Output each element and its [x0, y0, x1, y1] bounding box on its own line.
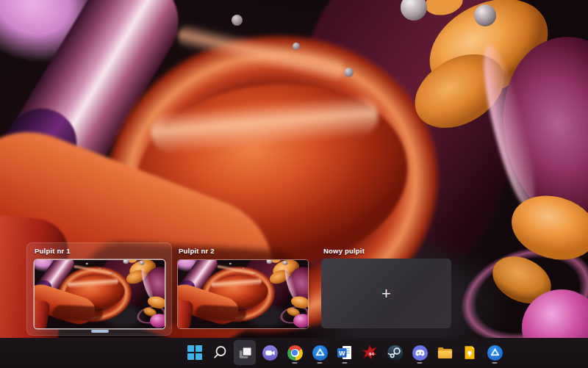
- word-button[interactable]: W: [334, 340, 356, 365]
- desktop-1-label: Pulpit nr 1: [35, 247, 71, 255]
- active-desktop-indicator: [91, 330, 109, 333]
- file-explorer-button[interactable]: [434, 340, 456, 365]
- desktop-1-thumbnail[interactable]: [35, 260, 165, 328]
- task-view-button[interactable]: [234, 340, 256, 365]
- svg-text:W: W: [339, 350, 345, 357]
- triangle-app-button[interactable]: [309, 340, 331, 365]
- screen: Pulpit nr 1 Pulpit nr 2: [0, 0, 588, 368]
- triangle-app-2-button[interactable]: [484, 340, 506, 365]
- search-icon: [212, 344, 228, 361]
- folder-icon: [437, 344, 453, 361]
- chrome-button[interactable]: [284, 340, 306, 365]
- thumbnail-wallpaper: [35, 260, 165, 328]
- thumbnail-wallpaper: [178, 260, 308, 328]
- svg-text:64: 64: [369, 351, 374, 356]
- yellow-note-icon: [462, 344, 478, 361]
- search-button[interactable]: [209, 340, 231, 365]
- red-starburst-icon: 64: [362, 344, 378, 361]
- video-chat-app-button[interactable]: [259, 340, 281, 365]
- blue-triangle-icon: [487, 344, 503, 361]
- video-camera-icon: [262, 344, 279, 361]
- notes-app-button[interactable]: [459, 340, 481, 365]
- start-button[interactable]: [184, 340, 206, 365]
- task-view-icon: [237, 344, 254, 361]
- taskbar-items: W 64: [184, 340, 506, 365]
- desktop-2-thumbnail[interactable]: [178, 260, 308, 328]
- plus-icon: +: [381, 286, 391, 302]
- desktop-2-label: Pulpit nr 2: [179, 247, 215, 255]
- steam-button[interactable]: [384, 340, 406, 365]
- new-desktop-label: Nowy pulpit: [323, 247, 365, 255]
- blue-triangle-icon: [312, 344, 329, 361]
- steam-icon: [387, 344, 404, 361]
- word-icon: W: [337, 344, 353, 361]
- discord-button[interactable]: [409, 340, 431, 365]
- chrome-icon: [287, 345, 303, 361]
- project64-button[interactable]: 64: [359, 340, 381, 365]
- windows-logo-icon: [187, 345, 202, 360]
- new-desktop-button[interactable]: +: [321, 259, 451, 328]
- discord-icon: [412, 344, 429, 361]
